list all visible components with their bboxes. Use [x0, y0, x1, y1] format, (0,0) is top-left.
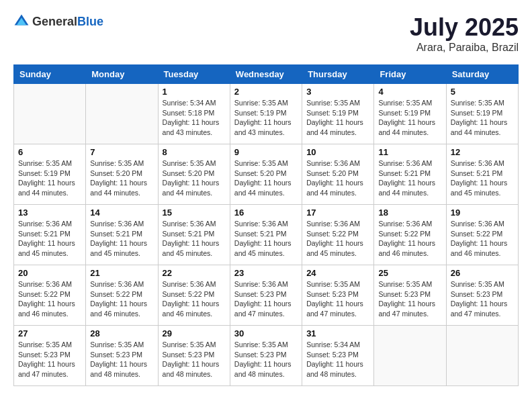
logo-icon [13, 13, 30, 30]
day-number: 2 [234, 87, 298, 97]
calendar-cell: 7Sunrise: 5:35 AM Sunset: 5:20 PM Daylig… [86, 144, 158, 205]
day-info: Sunrise: 5:35 AM Sunset: 5:23 PM Dayligh… [90, 340, 153, 379]
day-number: 22 [163, 268, 226, 278]
day-info: Sunrise: 5:36 AM Sunset: 5:21 PM Dayligh… [18, 219, 81, 259]
day-info: Sunrise: 5:36 AM Sunset: 5:21 PM Dayligh… [234, 219, 298, 259]
day-info: Sunrise: 5:34 AM Sunset: 5:18 PM Dayligh… [163, 98, 226, 138]
calendar-cell: 12Sunrise: 5:36 AM Sunset: 5:21 PM Dayli… [446, 144, 518, 205]
calendar-cell: 6Sunrise: 5:35 AM Sunset: 5:19 PM Daylig… [14, 144, 86, 205]
calendar-week-3: 13Sunrise: 5:36 AM Sunset: 5:21 PM Dayli… [14, 205, 519, 265]
calendar-cell: 28Sunrise: 5:35 AM Sunset: 5:23 PM Dayli… [86, 326, 158, 386]
calendar-cell: 17Sunrise: 5:36 AM Sunset: 5:22 PM Dayli… [302, 205, 374, 265]
calendar-cell: 1Sunrise: 5:34 AM Sunset: 5:18 PM Daylig… [158, 84, 230, 144]
day-info: Sunrise: 5:35 AM Sunset: 5:19 PM Dayligh… [18, 158, 81, 198]
day-number: 29 [163, 328, 226, 338]
day-info: Sunrise: 5:36 AM Sunset: 5:21 PM Dayligh… [378, 158, 441, 198]
calendar-table: SundayMondayTuesdayWednesdayThursdayFrid… [13, 64, 519, 386]
day-info: Sunrise: 5:35 AM Sunset: 5:23 PM Dayligh… [234, 340, 298, 379]
calendar-cell: 14Sunrise: 5:36 AM Sunset: 5:21 PM Dayli… [86, 205, 158, 265]
day-info: Sunrise: 5:35 AM Sunset: 5:19 PM Dayligh… [234, 98, 298, 138]
day-number: 5 [451, 87, 514, 97]
day-number: 25 [378, 268, 441, 278]
calendar-cell [14, 84, 86, 144]
calendar-cell: 25Sunrise: 5:35 AM Sunset: 5:23 PM Dayli… [374, 265, 446, 326]
day-number: 1 [163, 87, 226, 97]
calendar-cell: 29Sunrise: 5:35 AM Sunset: 5:23 PM Dayli… [158, 326, 230, 386]
month-title: July 2025 [410, 13, 519, 42]
calendar-cell: 8Sunrise: 5:35 AM Sunset: 5:20 PM Daylig… [158, 144, 230, 205]
logo-blue-text: Blue [77, 15, 103, 28]
day-info: Sunrise: 5:36 AM Sunset: 5:21 PM Dayligh… [163, 219, 226, 259]
day-number: 8 [163, 147, 226, 157]
title-block: July 2025 Arara, Paraiba, Brazil [410, 13, 519, 54]
calendar-cell: 20Sunrise: 5:36 AM Sunset: 5:22 PM Dayli… [14, 265, 86, 326]
day-info: Sunrise: 5:36 AM Sunset: 5:22 PM Dayligh… [306, 219, 369, 259]
day-info: Sunrise: 5:36 AM Sunset: 5:20 PM Dayligh… [306, 158, 369, 198]
calendar-cell: 16Sunrise: 5:36 AM Sunset: 5:21 PM Dayli… [230, 205, 302, 265]
day-info: Sunrise: 5:35 AM Sunset: 5:19 PM Dayligh… [451, 98, 514, 138]
calendar-cell: 15Sunrise: 5:36 AM Sunset: 5:21 PM Dayli… [158, 205, 230, 265]
day-info: Sunrise: 5:36 AM Sunset: 5:23 PM Dayligh… [234, 279, 298, 319]
day-number: 12 [451, 147, 514, 157]
calendar-cell: 10Sunrise: 5:36 AM Sunset: 5:20 PM Dayli… [302, 144, 374, 205]
calendar-week-2: 6Sunrise: 5:35 AM Sunset: 5:19 PM Daylig… [14, 144, 519, 205]
day-info: Sunrise: 5:36 AM Sunset: 5:22 PM Dayligh… [18, 279, 81, 319]
day-info: Sunrise: 5:35 AM Sunset: 5:20 PM Dayligh… [163, 158, 226, 198]
day-number: 21 [90, 268, 153, 278]
day-number: 13 [18, 208, 81, 218]
day-number: 20 [18, 268, 81, 278]
calendar-cell: 22Sunrise: 5:36 AM Sunset: 5:22 PM Dayli… [158, 265, 230, 326]
calendar-cell: 13Sunrise: 5:36 AM Sunset: 5:21 PM Dayli… [14, 205, 86, 265]
calendar-week-4: 20Sunrise: 5:36 AM Sunset: 5:22 PM Dayli… [14, 265, 519, 326]
calendar-cell [86, 84, 158, 144]
day-number: 3 [306, 87, 369, 97]
location-title: Arara, Paraiba, Brazil [410, 42, 519, 54]
day-info: Sunrise: 5:35 AM Sunset: 5:23 PM Dayligh… [306, 279, 369, 319]
day-info: Sunrise: 5:36 AM Sunset: 5:22 PM Dayligh… [163, 279, 226, 319]
day-number: 30 [234, 328, 298, 338]
calendar-cell [446, 326, 518, 386]
day-number: 28 [90, 328, 153, 338]
day-number: 31 [306, 328, 369, 338]
day-info: Sunrise: 5:35 AM Sunset: 5:23 PM Dayligh… [451, 279, 514, 319]
logo: GeneralBlue [13, 13, 103, 30]
day-info: Sunrise: 5:34 AM Sunset: 5:23 PM Dayligh… [306, 340, 369, 379]
day-info: Sunrise: 5:36 AM Sunset: 5:21 PM Dayligh… [90, 219, 153, 259]
calendar-cell [374, 326, 446, 386]
calendar-header-row: SundayMondayTuesdayWednesdayThursdayFrid… [14, 65, 519, 84]
weekday-header-thursday: Thursday [302, 65, 374, 84]
calendar-cell: 2Sunrise: 5:35 AM Sunset: 5:19 PM Daylig… [230, 84, 302, 144]
calendar-cell: 24Sunrise: 5:35 AM Sunset: 5:23 PM Dayli… [302, 265, 374, 326]
day-number: 7 [90, 147, 153, 157]
weekday-header-monday: Monday [86, 65, 158, 84]
weekday-header-saturday: Saturday [446, 65, 518, 84]
day-number: 19 [451, 208, 514, 218]
day-info: Sunrise: 5:35 AM Sunset: 5:23 PM Dayligh… [18, 340, 81, 379]
day-number: 9 [234, 147, 298, 157]
weekday-header-wednesday: Wednesday [230, 65, 302, 84]
day-number: 16 [234, 208, 298, 218]
day-number: 11 [378, 147, 441, 157]
day-number: 4 [378, 87, 441, 97]
day-info: Sunrise: 5:35 AM Sunset: 5:20 PM Dayligh… [234, 158, 298, 198]
day-info: Sunrise: 5:36 AM Sunset: 5:22 PM Dayligh… [451, 219, 514, 259]
day-number: 24 [306, 268, 369, 278]
day-number: 27 [18, 328, 81, 338]
calendar-cell: 18Sunrise: 5:36 AM Sunset: 5:22 PM Dayli… [374, 205, 446, 265]
day-number: 17 [306, 208, 369, 218]
day-number: 6 [18, 147, 81, 157]
calendar-cell: 26Sunrise: 5:35 AM Sunset: 5:23 PM Dayli… [446, 265, 518, 326]
day-info: Sunrise: 5:35 AM Sunset: 5:20 PM Dayligh… [90, 158, 153, 198]
weekday-header-sunday: Sunday [14, 65, 86, 84]
calendar-cell: 30Sunrise: 5:35 AM Sunset: 5:23 PM Dayli… [230, 326, 302, 386]
calendar-cell: 11Sunrise: 5:36 AM Sunset: 5:21 PM Dayli… [374, 144, 446, 205]
day-info: Sunrise: 5:35 AM Sunset: 5:23 PM Dayligh… [378, 279, 441, 319]
calendar-cell: 31Sunrise: 5:34 AM Sunset: 5:23 PM Dayli… [302, 326, 374, 386]
day-number: 18 [378, 208, 441, 218]
day-info: Sunrise: 5:36 AM Sunset: 5:22 PM Dayligh… [90, 279, 153, 319]
day-number: 15 [163, 208, 226, 218]
calendar-cell: 5Sunrise: 5:35 AM Sunset: 5:19 PM Daylig… [446, 84, 518, 144]
day-info: Sunrise: 5:35 AM Sunset: 5:23 PM Dayligh… [163, 340, 226, 379]
day-number: 14 [90, 208, 153, 218]
weekday-header-tuesday: Tuesday [158, 65, 230, 84]
